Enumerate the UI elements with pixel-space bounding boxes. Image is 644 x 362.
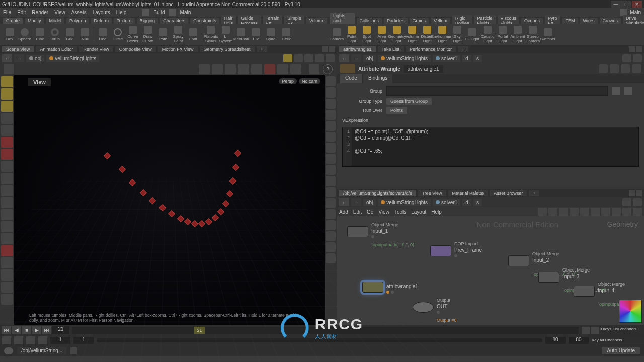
tool-switcher[interactable]: Switcher [540,26,555,44]
quick2-icon[interactable] [601,208,610,216]
tool-sky-light[interactable]: Sky Light [450,26,465,44]
display-opts-icon[interactable] [290,64,301,74]
viewport[interactable]: View Persp No cam [0,75,337,325]
path-d[interactable]: d [462,55,471,62]
menu-file[interactable]: File [3,10,11,15]
flame-icon[interactable] [1,149,13,160]
record-icon[interactable] [264,64,275,74]
shelf-tab[interactable]: Modify [25,18,44,24]
tool-sphere[interactable]: Sphere [17,26,32,44]
rotate-icon[interactable] [1,173,13,184]
menu-view[interactable]: View [54,10,65,15]
tool-platonic[interactable]: Platonic Solids [203,26,218,44]
settings-icon[interactable] [277,64,288,74]
menu-render[interactable]: Render [32,10,48,15]
vex-editor[interactable]: 1234 @Cd += point(1, "Cd", @ptnum); @Cd … [342,127,639,167]
node-input2[interactable]: Object Merge Input_2 `opinputpath("../..… [508,255,529,266]
group-type-select[interactable]: Guess from Group [386,98,432,105]
tool-draw-curve[interactable]: Draw Curve [140,26,155,44]
tool-point-light[interactable]: Point Light [344,26,359,44]
path-geo[interactable]: vellumStringLights [378,199,431,206]
tool-caustic-light[interactable]: Caustic Light [480,26,495,44]
tool-font[interactable]: Font [186,26,201,44]
tl-opt2-icon[interactable] [591,327,599,334]
parm-tab-bindings[interactable]: Bindings [363,74,392,83]
shelf-tab[interactable]: FEM [562,18,578,24]
tool-geo-light[interactable]: Geometry Light [389,26,405,44]
poly-icon[interactable] [1,101,13,112]
quick4-icon[interactable] [622,208,631,216]
pane-tab-add[interactable]: + [257,46,267,52]
cut-icon[interactable] [538,208,547,216]
path-s[interactable]: s [473,55,482,62]
list-icon[interactable] [559,208,568,216]
tree-icon[interactable] [548,208,557,216]
vis-icon[interactable] [294,54,303,62]
nav-back-icon[interactable]: ← [339,54,349,62]
node-input3[interactable]: Object Merge Input_3 `opinputpath("../..… [538,272,559,283]
auto-update[interactable]: Auto Update [602,347,640,354]
shelf-tab[interactable]: Wires [580,18,598,24]
path-d[interactable]: d [462,199,471,206]
path-s[interactable]: s [473,199,482,206]
shelf-tab[interactable]: Crowds [600,18,621,24]
tool-area-light[interactable]: Area Light [374,26,389,44]
tool-spiral[interactable]: Spiral [264,26,279,44]
handle-icon[interactable] [4,64,14,74]
pane-tab[interactable]: Composite View [115,46,156,52]
node-prev[interactable]: DOP Import Prev_Frame [430,245,451,256]
pane-tab[interactable]: Render View [79,46,113,52]
nav-fwd-icon[interactable]: → [14,54,24,62]
minimize-button[interactable]: — [611,1,621,8]
move-icon[interactable] [1,161,13,172]
parm-tab-code[interactable]: Code [340,74,362,83]
ghost-icon[interactable] [283,54,292,62]
nav-back-icon[interactable]: ← [2,54,12,62]
select-icon[interactable] [1,76,13,87]
menu-help[interactable]: Help [116,10,127,15]
brush-icon[interactable] [326,176,336,186]
pane-opts-icon[interactable] [636,190,642,196]
group-field[interactable] [386,86,608,96]
tool-helix[interactable]: Helix [279,26,294,44]
cam-lock-icon[interactable] [326,132,336,142]
scissors-icon[interactable] [326,143,336,153]
tl-opt1-icon[interactable] [582,327,590,334]
path-obj[interactable]: obj [363,55,376,62]
tool-file[interactable]: File [249,26,264,44]
help-icon[interactable]: ? [323,64,333,74]
tool-line[interactable]: Line [95,26,110,44]
tool-portal-light[interactable]: Portal Light [495,26,510,44]
tool-null[interactable]: Null [77,26,93,44]
pane-tab[interactable]: Asset Browser [490,190,527,196]
pane-tab[interactable]: Performance Monitor [406,46,456,52]
group-select-icon[interactable] [612,87,620,95]
range-end2[interactable]: 80 [569,337,589,344]
shelf-tab[interactable]: Collisions [357,18,382,24]
node-input1[interactable]: Object Merge Input_1 `opinputpath("../..… [347,226,368,237]
path-obj[interactable]: obj [26,55,44,62]
pane-max-icon[interactable] [629,46,635,52]
brush-tool-icon[interactable] [225,64,236,74]
node-attribwrangle[interactable]: attribwrangle1 [362,282,383,293]
shade-mode-icon[interactable] [326,87,336,98]
close-button[interactable]: ✕ [632,1,642,8]
find-icon[interactable] [633,208,642,216]
link-icon[interactable] [633,54,642,62]
lock-icon[interactable] [1,125,13,136]
shelf-tab[interactable]: Rigging [137,18,158,24]
pane-tab[interactable]: Material Palette [448,190,488,196]
playhead[interactable]: 21 [194,327,205,334]
gear-icon[interactable] [599,64,608,73]
flow-icon[interactable] [309,64,319,74]
light-mode-icon[interactable] [326,99,336,109]
nav-fwd-icon[interactable]: → [351,54,361,62]
pane-tab[interactable]: Take List [378,46,404,52]
color-palette[interactable] [619,300,642,323]
path-sop[interactable]: solver1 [433,55,460,62]
net-menu-go[interactable]: Go [367,209,373,215]
desktop-selector[interactable]: Build [153,10,165,15]
pane-tab[interactable]: Tree View [418,190,446,196]
link-icon[interactable] [633,198,642,206]
tool-box[interactable]: Box [2,26,17,44]
